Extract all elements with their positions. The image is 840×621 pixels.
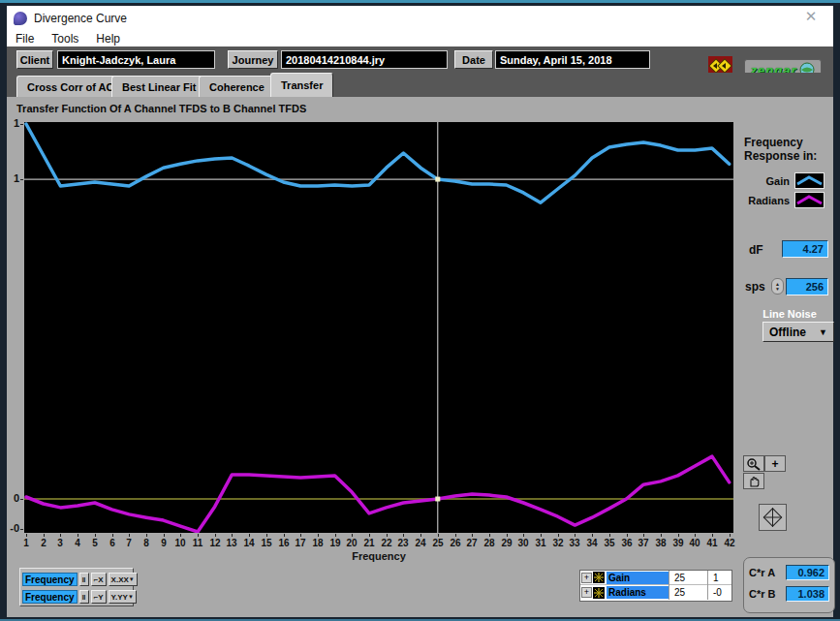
diamond-icon <box>761 506 785 529</box>
x-tick-label: 20 <box>343 538 360 548</box>
y-tick-label: 1 <box>7 172 19 184</box>
x-format-button[interactable]: X.XX▼ <box>109 573 138 586</box>
x-tick-label: 18 <box>309 538 327 548</box>
sps-value-field[interactable]: 256 <box>786 278 828 295</box>
x-tick-mark <box>335 534 336 537</box>
cursor-name-gain[interactable]: Gain <box>607 572 669 584</box>
cursor-tool-button[interactable]: + <box>764 455 786 472</box>
gain-line-swatch[interactable] <box>794 172 824 189</box>
x-tick-label: 36 <box>618 538 636 548</box>
graph-tool-palette: + <box>743 455 788 490</box>
cursor-x-radians[interactable]: 25 <box>669 585 707 600</box>
y-paddle-icon[interactable]: ‖ <box>79 590 89 604</box>
plus-icon: + <box>771 457 778 471</box>
line-noise-dropdown[interactable]: Offline ▼ <box>762 322 834 342</box>
x-tick-mark <box>472 534 473 537</box>
x-tick-mark <box>661 534 662 537</box>
y-tick-mark <box>20 124 23 125</box>
x-tick-label: 25 <box>429 538 447 548</box>
y-tick-mark <box>20 179 23 180</box>
client-button[interactable]: Client <box>16 50 53 69</box>
zoom-tool-button[interactable] <box>743 455 764 472</box>
cursor-marker[interactable] <box>435 497 440 502</box>
expand-icon[interactable]: + <box>581 587 592 598</box>
date-button[interactable]: Date <box>454 50 493 69</box>
transfer-plot[interactable] <box>24 122 733 533</box>
df-value-field[interactable]: 4.27 <box>782 240 828 258</box>
axis-selector-panel: Frequency ‖ ⌐X X.XX▼ Frequency ‖ ⌐Y Y.YY… <box>19 568 134 606</box>
date-field[interactable]: Sunday, April 15, 2018 <box>495 50 650 69</box>
x-tick-mark <box>643 534 644 537</box>
x-tick-mark <box>60 534 61 537</box>
x-paddle-icon[interactable]: ‖ <box>79 573 89 586</box>
title-bar: Divergence Curve ✕ <box>7 6 833 30</box>
chevron-down-icon: ▼ <box>128 594 134 600</box>
cursor-legend-table: + Gain 25 1 + Radians 25 -0 <box>579 570 732 602</box>
autoscale-button[interactable] <box>759 504 787 531</box>
cursor-y-radians[interactable]: -0 <box>707 585 731 600</box>
x-tick-mark <box>198 534 199 537</box>
x-tick-label: 5 <box>86 538 104 548</box>
x-tick-mark <box>164 534 165 537</box>
x-tick-mark <box>249 534 250 537</box>
cra-value-field[interactable]: 0.962 <box>786 565 829 580</box>
x-axis-selector[interactable]: Frequency <box>22 573 78 586</box>
x-tick-label: 27 <box>463 538 481 548</box>
x-tick-label: 15 <box>258 538 275 548</box>
x-tick-mark <box>318 534 319 537</box>
y-scale-lock-button[interactable]: ⌐Y <box>91 590 107 604</box>
x-tick-label: 42 <box>721 538 738 548</box>
x-tick-mark <box>420 534 421 537</box>
plot-area[interactable] <box>24 122 733 533</box>
tab-coherence[interactable]: Coherence <box>199 76 275 97</box>
menu-tools[interactable]: Tools <box>51 32 78 46</box>
expand-icon[interactable]: + <box>581 573 592 583</box>
x-tick-mark <box>730 534 731 537</box>
cursor-row-radians: + Radians 25 -0 <box>580 585 731 600</box>
menu-file[interactable]: File <box>16 32 34 46</box>
x-tick-label: 23 <box>394 538 412 548</box>
x-tick-mark <box>455 534 456 537</box>
x-tick-label: 6 <box>104 538 121 548</box>
series-radians <box>26 456 730 532</box>
cursor-crosshair-icon <box>593 587 605 599</box>
x-tick-mark <box>352 534 353 537</box>
journey-button[interactable]: Journey <box>228 50 278 69</box>
close-icon[interactable]: ✕ <box>800 8 822 27</box>
x-tick-label: 32 <box>549 538 567 548</box>
journey-field[interactable]: 20180414210844.jry <box>281 50 448 69</box>
chevron-down-icon: ▼ <box>819 327 827 337</box>
hand-icon <box>748 475 761 487</box>
cursor-y-gain[interactable]: 1 <box>707 571 731 585</box>
cursor-marker[interactable] <box>435 177 440 182</box>
df-label: dF <box>749 243 763 257</box>
y-axis-selector[interactable]: Frequency <box>22 590 78 604</box>
x-tick-label: 40 <box>686 538 703 548</box>
x-tick-label: 28 <box>481 538 498 548</box>
line-noise-value: Offline <box>769 326 806 339</box>
crb-value-field[interactable]: 1.038 <box>786 586 829 602</box>
x-tick-mark <box>215 534 216 537</box>
x-tick-mark <box>541 534 542 537</box>
chevron-down-icon: ▼ <box>129 576 135 582</box>
cursor-name-radians[interactable]: Radians <box>607 586 669 599</box>
x-tick-mark <box>507 534 508 537</box>
x-tick-label: 30 <box>514 538 532 548</box>
y-format-button[interactable]: Y.YY▼ <box>109 590 137 604</box>
radians-line-swatch[interactable] <box>794 192 824 208</box>
x-format-label: X.XX <box>111 575 129 584</box>
tab-transfer[interactable]: Transfer <box>270 73 333 97</box>
client-field[interactable]: Knight-Jadczyk, Laura <box>57 50 215 69</box>
series-gain <box>26 124 730 202</box>
cursor-x-gain[interactable]: 25 <box>669 571 707 585</box>
legend-gain-label: Gain <box>743 175 790 187</box>
x-scale-lock-button[interactable]: ⌐X <box>91 573 107 586</box>
sps-spinner[interactable]: ▲▼ <box>771 278 784 295</box>
x-tick-mark <box>146 534 147 537</box>
x-tick-label: 21 <box>360 538 378 548</box>
x-tick-label: 4 <box>69 538 86 548</box>
tab-best-linear-fit[interactable]: Best Linear Fit <box>111 76 206 97</box>
pan-tool-button[interactable] <box>743 473 764 489</box>
x-tick-label: 19 <box>327 538 344 548</box>
menu-help[interactable]: Help <box>96 32 120 46</box>
